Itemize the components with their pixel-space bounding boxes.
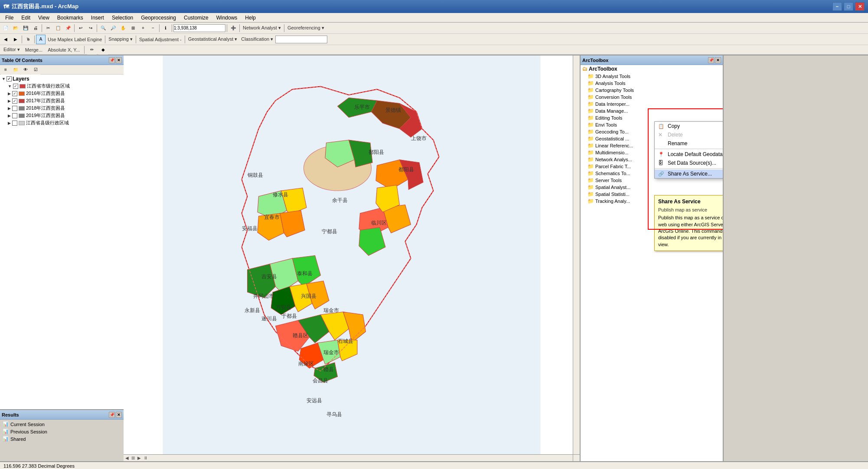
at-close-btn[interactable]: ✕ — [715, 57, 721, 63]
chk-3[interactable] — [12, 106, 17, 111]
sep4 — [159, 24, 160, 32]
merge-label[interactable]: Merge... — [23, 47, 44, 52]
ctx-copy[interactable]: 📋 Copy — [655, 122, 723, 130]
toc-item-3[interactable]: ▶ 2018年江西贫困县 — [1, 104, 123, 112]
at-item-cartography[interactable]: 📁Cartography Tools — [581, 87, 723, 94]
menu-bookmarks[interactable]: Bookmarks — [54, 14, 87, 22]
close-button[interactable]: ✕ — [855, 2, 865, 11]
zoom-in-btn[interactable]: 🔍 — [98, 23, 108, 33]
chk-2[interactable] — [12, 98, 17, 104]
pan-btn[interactable]: ✋ — [118, 23, 128, 33]
toc-pin-btn[interactable]: 📌 — [109, 57, 115, 63]
identify-btn[interactable]: ℹ — [161, 23, 170, 33]
results-item-0[interactable]: 📊 Current Session — [1, 420, 123, 428]
at-item-spatial-analyst[interactable]: 📁Spatial Analyst... — [581, 184, 723, 191]
menu-selection[interactable]: Selection — [108, 14, 137, 22]
map-nav-layout-btn[interactable]: ⊞ — [131, 456, 135, 460]
at-item-datainterop[interactable]: 📁Data Interoper... — [581, 101, 723, 107]
add-data-btn[interactable]: ➕ — [228, 23, 238, 33]
results-item-2[interactable]: 📊 Shared — [1, 435, 123, 443]
toc-close-btn[interactable]: ✕ — [116, 57, 122, 63]
toc-list-by-selection-btn[interactable]: ☑ — [31, 65, 40, 75]
chk-0[interactable] — [13, 84, 18, 89]
toc-item-0[interactable]: ▼ 江西省市级行政区域 — [1, 82, 123, 90]
at-item-analysis[interactable]: 📁Analysis Tools — [581, 80, 723, 87]
classification-label[interactable]: Classification ▾ — [239, 36, 275, 42]
paste-btn[interactable]: 📌 — [63, 23, 73, 33]
ctx-locate-gdb[interactable]: 📍 Locate Default Geodatabase — [655, 150, 723, 159]
results-pin-btn[interactable]: 📌 — [109, 412, 115, 418]
chk-5[interactable] — [12, 121, 17, 126]
georeferencing-label[interactable]: Georeferencing ▾ — [286, 25, 326, 31]
new-btn[interactable]: 📄 — [1, 23, 10, 33]
fixed-zoom-out-btn[interactable]: − — [148, 23, 158, 33]
open-btn[interactable]: 📂 — [11, 23, 20, 33]
menu-file[interactable]: File — [2, 14, 17, 22]
menu-help[interactable]: Help — [241, 14, 259, 22]
network-analyst-label[interactable]: Network Analyst ▾ — [241, 25, 283, 31]
group-checkbox[interactable] — [7, 76, 12, 81]
undo-btn[interactable]: ↩ — [76, 23, 85, 33]
svg-text:吉安县: 吉安县 — [261, 274, 277, 279]
save-btn[interactable]: 💾 — [21, 23, 30, 33]
at-item-conversion[interactable]: 📁Conversion Tools — [581, 94, 723, 101]
scale-input[interactable] — [173, 24, 225, 32]
at-pin-btn[interactable]: 📌 — [708, 57, 714, 63]
ctx-set-datasource[interactable]: 🗄 Set Data Source(s)... — [655, 159, 723, 167]
zoom-out-btn[interactable]: 🔎 — [108, 23, 118, 33]
toc-list-by-visibility-btn[interactable]: 👁 — [21, 65, 30, 75]
full-extent-btn[interactable]: ⊞ — [128, 23, 138, 33]
minimize-button[interactable]: − — [832, 2, 842, 11]
fwd-extent-btn[interactable]: ▶ — [11, 35, 20, 44]
toc-item-4[interactable]: ▶ 2019年江西贫困县 — [1, 112, 123, 119]
edit-vertices-btn[interactable]: ◆ — [98, 45, 108, 55]
maximize-button[interactable]: □ — [844, 2, 853, 11]
toc-item-2[interactable]: ▶ 2017年江西贫困县 — [1, 97, 123, 104]
copy-btn[interactable]: 📋 — [53, 23, 63, 33]
at-item-datamanage[interactable]: 📁Data Manage... — [581, 107, 723, 114]
map-nav-prev-btn[interactable]: ◀ — [125, 456, 129, 460]
map-svg[interactable]: 宜春市 吉安县 井冈山市 万安县 兴国县 于都县 瑞金市 赣县区 遂川县 永新县… — [124, 55, 580, 461]
ctx-share-as-service[interactable]: 🔗 Share As Service... — [655, 169, 723, 178]
at-folder-icon: 🗂 — [582, 66, 587, 72]
editor-label[interactable]: Editor ▾ — [2, 47, 22, 52]
toc-item-5[interactable]: ▶ 江西省县级行政区域 — [1, 119, 123, 127]
print-btn[interactable]: 🖨 — [31, 23, 40, 33]
toc-list-by-source-btn[interactable]: 📁 — [11, 65, 20, 75]
toc-list-by-drawing-order-btn[interactable]: ≡ — [1, 65, 10, 75]
select-btn[interactable]: 🖱 — [23, 35, 33, 44]
at-item-3d[interactable]: 📁3D Analyst Tools — [581, 73, 723, 80]
map-nav-play-btn[interactable]: ▶ — [137, 456, 141, 460]
at-geo-icon: 📁 — [587, 129, 594, 135]
maplex-label[interactable]: Use Maplex Label Engine — [46, 37, 104, 42]
menu-windows[interactable]: Windows — [213, 14, 241, 22]
spatial-adj-label[interactable]: Spatial Adjustment - — [137, 37, 183, 42]
absolute-xy-label[interactable]: Absolute X, Y... — [46, 47, 82, 52]
chk-1[interactable] — [12, 91, 17, 96]
cut-btn[interactable]: ✂ — [43, 23, 53, 33]
snapping-label[interactable]: Snapping ▾ — [107, 36, 134, 42]
classification-combo[interactable] — [275, 36, 327, 43]
fixed-zoom-in-btn[interactable]: + — [138, 23, 148, 33]
map-nav-pause-btn[interactable]: ⏸ — [144, 456, 148, 460]
results-item-1[interactable]: 📊 Previous Session — [1, 428, 123, 435]
at-item-editing[interactable]: 📁Editing Tools — [581, 114, 723, 121]
back-extent-btn[interactable]: ◀ — [1, 35, 10, 44]
ctx-rename[interactable]: Rename — [655, 139, 723, 148]
sketch-btn[interactable]: ✏ — [87, 45, 97, 55]
chk-4[interactable] — [12, 113, 17, 118]
menu-geoprocessing[interactable]: Geoprocessing — [137, 14, 179, 22]
at-sv-label: Server Tools — [595, 178, 622, 183]
toc-group-layers[interactable]: ▼ Layers — [1, 75, 123, 82]
results-close-btn[interactable]: ✕ — [116, 412, 122, 418]
menu-insert[interactable]: Insert — [88, 14, 108, 22]
toc-item-1[interactable]: ▶ 2016年江西贫困县 — [1, 90, 123, 97]
menu-view[interactable]: View — [35, 14, 53, 22]
map-label-btn[interactable]: A — [36, 35, 46, 44]
map-scrollbar-v[interactable] — [573, 55, 580, 454]
redo-btn[interactable]: ↪ — [86, 23, 95, 33]
geostat-label[interactable]: Geostatistical Analyst ▾ — [186, 36, 239, 42]
menu-edit[interactable]: Edit — [18, 14, 34, 22]
menu-customize[interactable]: Customize — [180, 14, 212, 22]
at-gs-icon: 📁 — [587, 136, 594, 142]
